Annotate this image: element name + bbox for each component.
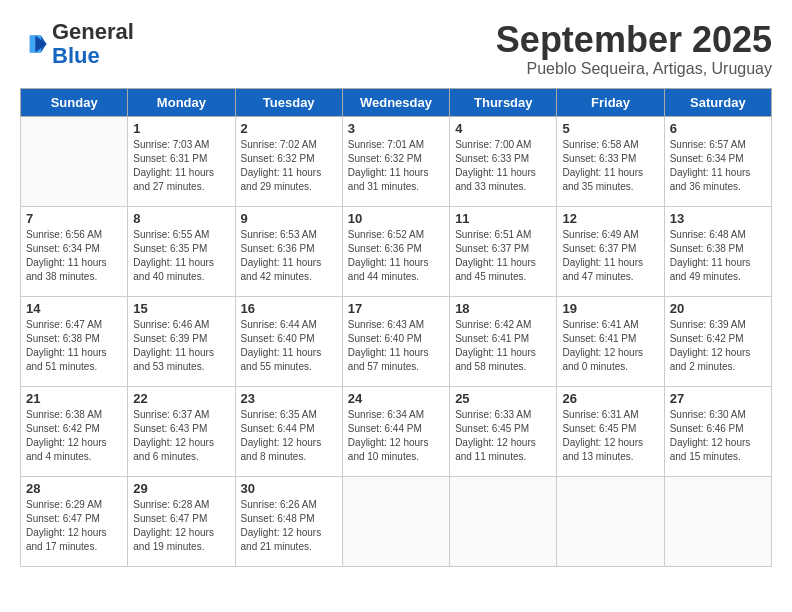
day-number: 9 [241,211,337,226]
cell-info: Sunrise: 6:43 AM Sunset: 6:40 PM Dayligh… [348,318,444,374]
calendar-cell: 13Sunrise: 6:48 AM Sunset: 6:38 PM Dayli… [664,206,771,296]
cell-info: Sunrise: 6:55 AM Sunset: 6:35 PM Dayligh… [133,228,229,284]
cell-info: Sunrise: 6:49 AM Sunset: 6:37 PM Dayligh… [562,228,658,284]
cell-info: Sunrise: 6:28 AM Sunset: 6:47 PM Dayligh… [133,498,229,554]
cell-info: Sunrise: 6:41 AM Sunset: 6:41 PM Dayligh… [562,318,658,374]
calendar-cell: 7Sunrise: 6:56 AM Sunset: 6:34 PM Daylig… [21,206,128,296]
cell-info: Sunrise: 6:42 AM Sunset: 6:41 PM Dayligh… [455,318,551,374]
calendar-cell [557,476,664,566]
calendar-cell: 18Sunrise: 6:42 AM Sunset: 6:41 PM Dayli… [450,296,557,386]
day-header-tuesday: Tuesday [235,88,342,116]
day-number: 11 [455,211,551,226]
day-header-saturday: Saturday [664,88,771,116]
calendar-cell: 16Sunrise: 6:44 AM Sunset: 6:40 PM Dayli… [235,296,342,386]
logo-icon [20,30,48,58]
logo-text: General Blue [52,20,134,68]
cell-info: Sunrise: 6:31 AM Sunset: 6:45 PM Dayligh… [562,408,658,464]
cell-info: Sunrise: 7:00 AM Sunset: 6:33 PM Dayligh… [455,138,551,194]
calendar-cell: 25Sunrise: 6:33 AM Sunset: 6:45 PM Dayli… [450,386,557,476]
day-number: 15 [133,301,229,316]
cell-info: Sunrise: 6:35 AM Sunset: 6:44 PM Dayligh… [241,408,337,464]
day-number: 16 [241,301,337,316]
calendar-cell: 9Sunrise: 6:53 AM Sunset: 6:36 PM Daylig… [235,206,342,296]
day-header-sunday: Sunday [21,88,128,116]
calendar-cell: 26Sunrise: 6:31 AM Sunset: 6:45 PM Dayli… [557,386,664,476]
day-header-friday: Friday [557,88,664,116]
day-number: 10 [348,211,444,226]
calendar-cell: 28Sunrise: 6:29 AM Sunset: 6:47 PM Dayli… [21,476,128,566]
title-block: September 2025 Pueblo Sequeira, Artigas,… [496,20,772,78]
calendar-cell: 1Sunrise: 7:03 AM Sunset: 6:31 PM Daylig… [128,116,235,206]
cell-info: Sunrise: 6:44 AM Sunset: 6:40 PM Dayligh… [241,318,337,374]
logo: General Blue [20,20,134,68]
cell-info: Sunrise: 6:33 AM Sunset: 6:45 PM Dayligh… [455,408,551,464]
day-number: 23 [241,391,337,406]
cell-info: Sunrise: 6:39 AM Sunset: 6:42 PM Dayligh… [670,318,766,374]
week-row-1: 1Sunrise: 7:03 AM Sunset: 6:31 PM Daylig… [21,116,772,206]
cell-info: Sunrise: 6:38 AM Sunset: 6:42 PM Dayligh… [26,408,122,464]
logo-blue: Blue [52,44,134,68]
day-number: 7 [26,211,122,226]
calendar-cell: 17Sunrise: 6:43 AM Sunset: 6:40 PM Dayli… [342,296,449,386]
day-number: 1 [133,121,229,136]
cell-info: Sunrise: 6:56 AM Sunset: 6:34 PM Dayligh… [26,228,122,284]
day-number: 14 [26,301,122,316]
calendar-cell [21,116,128,206]
calendar-cell [450,476,557,566]
calendar-table: SundayMondayTuesdayWednesdayThursdayFrid… [20,88,772,567]
day-number: 3 [348,121,444,136]
cell-info: Sunrise: 6:47 AM Sunset: 6:38 PM Dayligh… [26,318,122,374]
week-row-4: 21Sunrise: 6:38 AM Sunset: 6:42 PM Dayli… [21,386,772,476]
day-header-thursday: Thursday [450,88,557,116]
cell-info: Sunrise: 6:52 AM Sunset: 6:36 PM Dayligh… [348,228,444,284]
cell-info: Sunrise: 6:53 AM Sunset: 6:36 PM Dayligh… [241,228,337,284]
calendar-cell: 4Sunrise: 7:00 AM Sunset: 6:33 PM Daylig… [450,116,557,206]
location-subtitle: Pueblo Sequeira, Artigas, Uruguay [496,60,772,78]
calendar-cell: 29Sunrise: 6:28 AM Sunset: 6:47 PM Dayli… [128,476,235,566]
cell-info: Sunrise: 6:26 AM Sunset: 6:48 PM Dayligh… [241,498,337,554]
calendar-cell: 12Sunrise: 6:49 AM Sunset: 6:37 PM Dayli… [557,206,664,296]
cell-info: Sunrise: 6:34 AM Sunset: 6:44 PM Dayligh… [348,408,444,464]
calendar-cell: 19Sunrise: 6:41 AM Sunset: 6:41 PM Dayli… [557,296,664,386]
week-row-3: 14Sunrise: 6:47 AM Sunset: 6:38 PM Dayli… [21,296,772,386]
calendar-cell: 6Sunrise: 6:57 AM Sunset: 6:34 PM Daylig… [664,116,771,206]
calendar-cell: 24Sunrise: 6:34 AM Sunset: 6:44 PM Dayli… [342,386,449,476]
logo-general: General [52,20,134,44]
cell-info: Sunrise: 6:57 AM Sunset: 6:34 PM Dayligh… [670,138,766,194]
calendar-cell: 11Sunrise: 6:51 AM Sunset: 6:37 PM Dayli… [450,206,557,296]
day-number: 18 [455,301,551,316]
day-number: 13 [670,211,766,226]
month-title: September 2025 [496,20,772,60]
cell-info: Sunrise: 6:29 AM Sunset: 6:47 PM Dayligh… [26,498,122,554]
calendar-cell [664,476,771,566]
day-number: 26 [562,391,658,406]
day-number: 25 [455,391,551,406]
day-number: 30 [241,481,337,496]
cell-info: Sunrise: 7:02 AM Sunset: 6:32 PM Dayligh… [241,138,337,194]
day-number: 5 [562,121,658,136]
day-number: 17 [348,301,444,316]
cell-info: Sunrise: 6:51 AM Sunset: 6:37 PM Dayligh… [455,228,551,284]
cell-info: Sunrise: 6:37 AM Sunset: 6:43 PM Dayligh… [133,408,229,464]
day-number: 27 [670,391,766,406]
day-number: 21 [26,391,122,406]
day-number: 19 [562,301,658,316]
cell-info: Sunrise: 7:01 AM Sunset: 6:32 PM Dayligh… [348,138,444,194]
day-number: 20 [670,301,766,316]
calendar-cell: 3Sunrise: 7:01 AM Sunset: 6:32 PM Daylig… [342,116,449,206]
day-number: 4 [455,121,551,136]
calendar-cell: 10Sunrise: 6:52 AM Sunset: 6:36 PM Dayli… [342,206,449,296]
day-number: 6 [670,121,766,136]
day-number: 24 [348,391,444,406]
day-header-wednesday: Wednesday [342,88,449,116]
calendar-cell: 5Sunrise: 6:58 AM Sunset: 6:33 PM Daylig… [557,116,664,206]
day-number: 29 [133,481,229,496]
calendar-cell: 21Sunrise: 6:38 AM Sunset: 6:42 PM Dayli… [21,386,128,476]
calendar-cell: 14Sunrise: 6:47 AM Sunset: 6:38 PM Dayli… [21,296,128,386]
calendar-cell: 20Sunrise: 6:39 AM Sunset: 6:42 PM Dayli… [664,296,771,386]
day-number: 22 [133,391,229,406]
day-number: 28 [26,481,122,496]
days-header-row: SundayMondayTuesdayWednesdayThursdayFrid… [21,88,772,116]
day-number: 12 [562,211,658,226]
cell-info: Sunrise: 6:30 AM Sunset: 6:46 PM Dayligh… [670,408,766,464]
